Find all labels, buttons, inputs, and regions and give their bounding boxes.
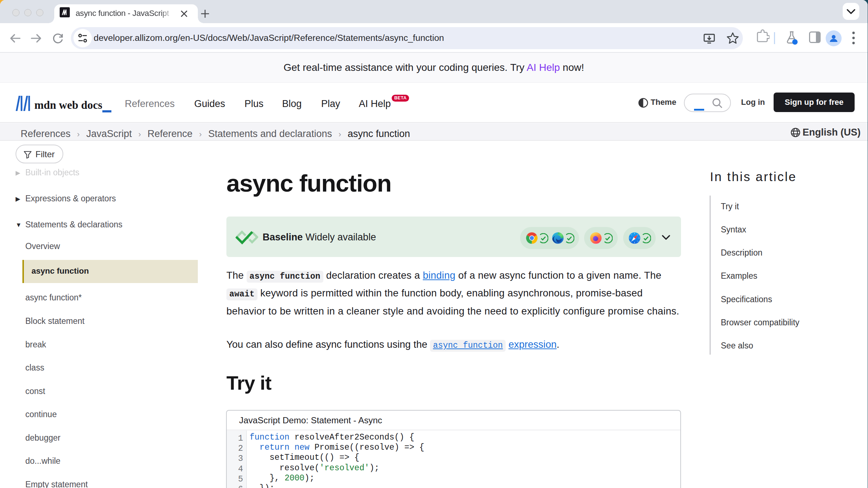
svg-text:mdn web docs: mdn web docs [34, 99, 102, 111]
